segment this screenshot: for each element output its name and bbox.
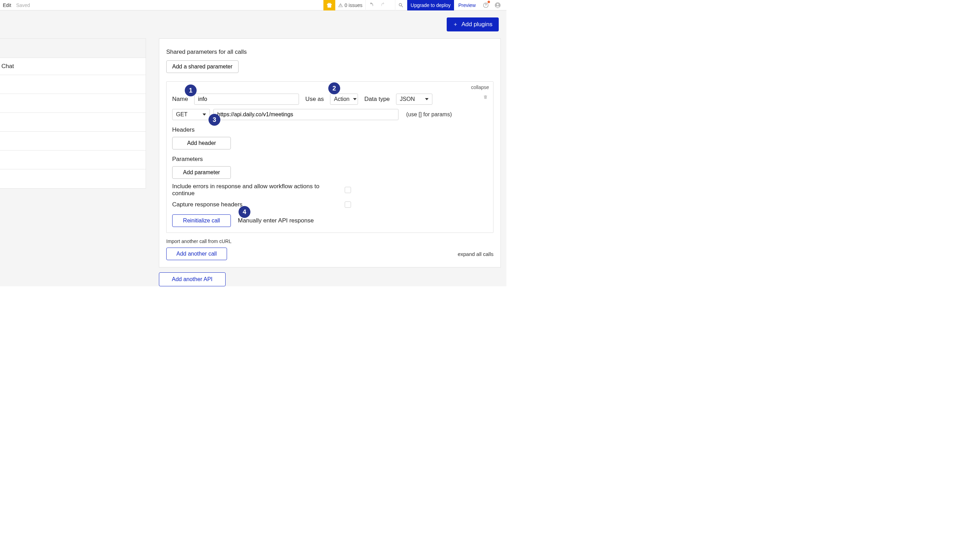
name-label: Name	[172, 96, 188, 103]
topbar: Edit Saved 0 issues Upgrade to deploy Pr…	[0, 0, 506, 11]
topbar-left: Edit Saved	[3, 2, 30, 8]
manual-response-link[interactable]: Manually enter API response	[238, 217, 313, 224]
undo-redo-group	[366, 0, 395, 11]
capture-headers-row: Capture response headers	[172, 201, 488, 208]
undo-button[interactable]	[369, 2, 380, 9]
sidebar-row-empty-3[interactable]	[0, 113, 146, 132]
search-button[interactable]	[395, 0, 407, 11]
saved-status: Saved	[16, 2, 30, 8]
sidebar-row-empty-1[interactable]	[0, 75, 146, 94]
avatar-icon	[495, 2, 501, 9]
api-panel: Shared parameters for all calls Add a sh…	[159, 38, 501, 267]
redo-icon	[380, 2, 386, 7]
expand-all-link[interactable]: expand all calls	[458, 251, 493, 257]
add-parameter-button[interactable]: Add parameter	[172, 166, 231, 179]
reinit-row: 4 Reinitialize call Manually enter API r…	[172, 214, 488, 227]
trash-icon	[483, 94, 488, 100]
chevron-down-icon	[425, 98, 428, 100]
include-errors-row: Include errors in response and allow wor…	[172, 183, 488, 197]
add-another-api-button[interactable]: Add another API	[159, 272, 226, 286]
sidebar-row-empty-4[interactable]	[0, 132, 146, 151]
sidebar-item-chat[interactable]: Chat	[0, 58, 146, 75]
warning-icon	[338, 3, 343, 8]
parameters-label: Parameters	[172, 156, 488, 163]
include-errors-label: Include errors in response and allow wor…	[172, 183, 327, 197]
sidebar-row-empty-6[interactable]	[0, 169, 146, 188]
sidebar: Chat	[0, 38, 146, 189]
notification-dot	[488, 1, 490, 3]
import-curl-label[interactable]: Import another call from cURL	[166, 238, 493, 244]
profile-button[interactable]	[492, 0, 504, 11]
url-input[interactable]	[213, 109, 398, 120]
below-call-box: Import another call from cURL Add anothe…	[166, 238, 493, 260]
annotation-badge-2: 2	[328, 83, 340, 94]
api-call-box: collapse 1 2 3 Name Use as Action Data t…	[166, 81, 493, 233]
plus-icon	[453, 22, 458, 27]
use-as-value: Action	[334, 96, 349, 102]
name-input[interactable]	[194, 94, 299, 105]
headers-section: Headers Add header	[172, 126, 488, 149]
issues-text: 0 issues	[344, 2, 362, 8]
add-api-wrap: Add another API	[159, 272, 226, 286]
annotation-badge-1: 1	[185, 84, 197, 96]
chevron-down-icon	[353, 98, 356, 100]
annotation-badge-3: 3	[208, 114, 220, 126]
collapse-link[interactable]: collapse	[471, 84, 489, 90]
reinitialize-call-button[interactable]: Reinitialize call	[172, 214, 231, 227]
method-select[interactable]: GET	[172, 109, 210, 120]
gift-icon	[326, 2, 332, 8]
sidebar-row-empty-2[interactable]	[0, 94, 146, 113]
upgrade-button[interactable]: Upgrade to deploy	[407, 0, 454, 11]
add-another-call-button[interactable]: Add another call	[166, 248, 227, 260]
add-plugins-button[interactable]: Add plugins	[447, 17, 499, 32]
add-plugins-label: Add plugins	[461, 21, 492, 28]
sidebar-item-label: Chat	[2, 63, 14, 70]
edit-label[interactable]: Edit	[3, 2, 11, 8]
capture-headers-checkbox[interactable]	[345, 202, 351, 208]
preview-button[interactable]: Preview	[454, 0, 480, 11]
main-area: Add plugins Chat Shared parameters for a…	[0, 11, 506, 286]
topbar-right: 0 issues Upgrade to deploy Preview	[323, 0, 504, 11]
use-as-select[interactable]: Action	[330, 94, 358, 105]
call-row-1: Name Use as Action Data type JSON	[172, 94, 488, 105]
data-type-select[interactable]: JSON	[396, 94, 433, 105]
use-as-label: Use as	[305, 96, 324, 103]
delete-call-button[interactable]	[483, 94, 488, 101]
include-errors-checkbox[interactable]	[345, 187, 351, 193]
add-header-button[interactable]: Add header	[172, 137, 231, 149]
parameters-section: Parameters Add parameter	[172, 156, 488, 179]
capture-headers-label: Capture response headers	[172, 201, 327, 208]
svg-point-2	[496, 3, 498, 5]
help-button[interactable]	[480, 0, 492, 11]
sidebar-row-blank-top[interactable]	[0, 39, 146, 58]
shared-params-label: Shared parameters for all calls	[166, 49, 493, 56]
bottom-row: Add another call expand all calls	[166, 248, 493, 260]
undo-icon	[369, 2, 374, 7]
headers-label: Headers	[172, 126, 488, 133]
method-value: GET	[176, 111, 188, 118]
gift-button[interactable]	[323, 0, 335, 11]
add-shared-param-button[interactable]: Add a shared parameter	[166, 60, 239, 73]
issues-indicator[interactable]: 0 issues	[335, 0, 365, 11]
data-type-label: Data type	[364, 96, 390, 103]
search-icon	[398, 2, 404, 8]
data-type-value: JSON	[400, 96, 415, 102]
params-hint: (use [] for params)	[406, 111, 452, 118]
chevron-down-icon	[202, 113, 206, 116]
annotation-badge-4: 4	[239, 206, 250, 218]
sidebar-row-empty-5[interactable]	[0, 151, 146, 169]
redo-button[interactable]	[380, 2, 392, 9]
